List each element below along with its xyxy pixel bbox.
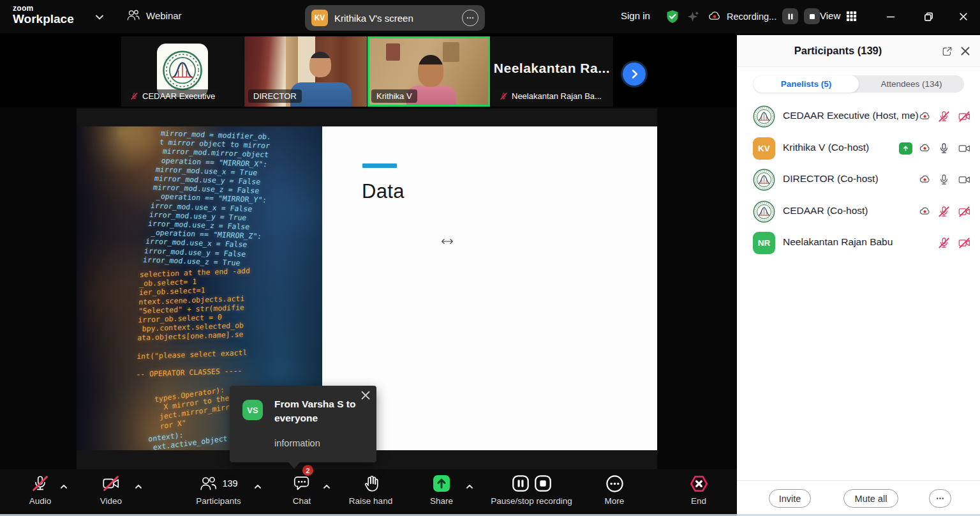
more-button[interactable]: More [588, 469, 641, 516]
camera-off-icon[interactable] [958, 110, 971, 123]
view-button[interactable]: View [820, 10, 858, 22]
participant-name: Krithika V [376, 91, 412, 101]
avatar: VS [242, 400, 263, 420]
chevron-down-icon[interactable] [94, 12, 105, 22]
participants-title: Participants (139) [737, 45, 939, 57]
ellipsis-icon[interactable] [462, 10, 479, 26]
tile-name-label: Neelakantan Rajan Ba... [494, 89, 607, 103]
chat-notification-popup[interactable]: VS From Varsha S to everyone information [230, 386, 376, 462]
chat-popup-message: information [274, 438, 320, 448]
camera-icon[interactable] [958, 173, 971, 186]
pause-stop-recording-button[interactable]: Pause/stop recording [486, 469, 577, 516]
participant-row[interactable]: KV Krithika V (Co-host) [737, 133, 980, 165]
video-button[interactable]: Video [85, 469, 137, 516]
video-tile-cedaar-executive[interactable]: CEDAAR Executive [121, 36, 244, 107]
participant-row[interactable]: NR Neelakantan Rajan Babu [737, 227, 980, 259]
participant-row[interactable]: CEDAAR (Co-host) [737, 196, 980, 228]
chat-options-caret[interactable] [323, 483, 330, 490]
participants-options-caret[interactable] [254, 483, 262, 490]
participant-name: Neelakantan Rajan Ba... [512, 91, 602, 101]
participant-name: CEDAAR Executive (Host, me) [783, 110, 919, 121]
tile-name-label: CEDAAR Executive [125, 89, 220, 103]
tile-name-label: DIRECTOR [248, 89, 302, 103]
restore-button[interactable] [919, 8, 938, 26]
webinar-indicator: Webinar [126, 8, 182, 22]
video-tile-director[interactable]: DIRECTOR [244, 36, 367, 107]
participants-list: CEDAAR Executive (Host, me) KV Krithika … [737, 101, 980, 259]
meeting-toolbar: Audio Video 139 Participants 2 [0, 469, 737, 516]
pause-recording-button[interactable] [782, 8, 798, 24]
tab-panelists[interactable]: Panelists (5) [754, 75, 859, 93]
pause-icon[interactable] [511, 474, 530, 493]
share-options-caret[interactable] [466, 483, 473, 490]
avatar [753, 169, 775, 191]
more-ellipsis-icon [605, 474, 625, 494]
audio-label: Audio [29, 496, 52, 506]
raise-hand-button[interactable]: Raise hand [341, 469, 400, 516]
code-text: selection at the end -add _ob.select= 1 … [136, 266, 250, 379]
audio-options-caret[interactable] [60, 483, 68, 490]
mic-icon[interactable] [937, 173, 951, 186]
end-meeting-button[interactable]: End [673, 469, 724, 516]
mic-muted-icon[interactable] [937, 236, 951, 250]
share-label: Share [430, 496, 453, 506]
invite-button[interactable]: Invite [769, 489, 811, 508]
tab-attendees[interactable]: Attendees (134) [859, 75, 964, 93]
camera-off-icon[interactable] [958, 205, 971, 218]
video-tile-neelakantan[interactable]: Neelakantan Ra... Neelakantan Rajan Ba..… [491, 36, 613, 107]
mic-icon[interactable] [937, 142, 951, 155]
stop-recording-button[interactable] [804, 8, 820, 24]
minimize-button[interactable] [881, 8, 900, 26]
people-icon [126, 8, 140, 22]
participant-name: CEDAAR Executive [142, 91, 215, 101]
end-label: End [691, 496, 706, 506]
shield-check-icon[interactable] [665, 9, 680, 24]
cloud-recording-icon [707, 9, 722, 24]
more-label: More [605, 496, 625, 506]
cloud-recording-icon [918, 142, 932, 155]
popout-icon[interactable] [941, 45, 953, 57]
participant-name: DIRECTOR [253, 91, 297, 101]
sign-in-button[interactable]: Sign in [621, 10, 650, 21]
chat-popup-title: From Varsha S to everyone [274, 397, 367, 426]
close-window-button[interactable] [954, 8, 973, 26]
participants-label: Participants [196, 496, 241, 506]
participants-button[interactable]: 139 Participants [188, 469, 249, 516]
chat-label: Chat [293, 496, 311, 506]
resize-cursor-icon [440, 236, 454, 247]
mute-all-button[interactable]: Mute all [843, 489, 898, 508]
zoom-workplace-logo: zoom Workplace [13, 4, 74, 25]
mic-muted-icon[interactable] [937, 110, 951, 123]
video-tile-krithika-active[interactable]: Krithika V [368, 36, 490, 107]
code-text: mirror_mod = modifier_ob. t mirror objec… [142, 128, 276, 268]
participant-name: Krithika V (Co-host) [783, 142, 869, 153]
slide-accent-bar [362, 163, 397, 168]
zoom-meeting-window: zoom Workplace Webinar KV Krithika V's s… [0, 0, 980, 516]
popup-tail [288, 462, 300, 469]
grid-view-icon [845, 10, 858, 22]
view-label: View [820, 10, 840, 21]
participant-row[interactable]: CEDAAR Executive (Host, me) [737, 101, 980, 133]
stop-icon[interactable] [533, 474, 553, 493]
camera-icon[interactable] [958, 142, 971, 155]
ellipsis-icon [935, 494, 945, 503]
share-pill-label: Krithika V's screen [334, 13, 456, 24]
audio-button[interactable]: Audio [14, 469, 66, 516]
share-button[interactable]: Share [416, 469, 467, 516]
chat-button[interactable]: 2 Chat [277, 469, 327, 516]
next-page-arrow-button[interactable] [623, 63, 646, 86]
close-icon[interactable] [960, 45, 971, 57]
participant-row[interactable]: DIRECTOR (Co-host) [737, 164, 980, 196]
mic-muted-icon [500, 92, 508, 100]
chat-unread-badge: 2 [302, 465, 313, 476]
logo-zoom-text: zoom [13, 4, 74, 12]
camera-off-icon[interactable] [958, 236, 971, 250]
ai-companion-sparkle-icon[interactable] [686, 9, 701, 24]
participants-tabs: Panelists (5) Attendees (134) [754, 75, 964, 93]
mic-muted-icon[interactable] [937, 205, 951, 218]
video-options-caret[interactable] [135, 483, 142, 490]
participants-panel: Participants (139) Panelists (5) Attende… [737, 35, 980, 516]
more-options-button[interactable] [929, 489, 951, 508]
camera-off-icon [101, 474, 121, 493]
screen-share-pill[interactable]: KV Krithika V's screen [305, 5, 485, 31]
